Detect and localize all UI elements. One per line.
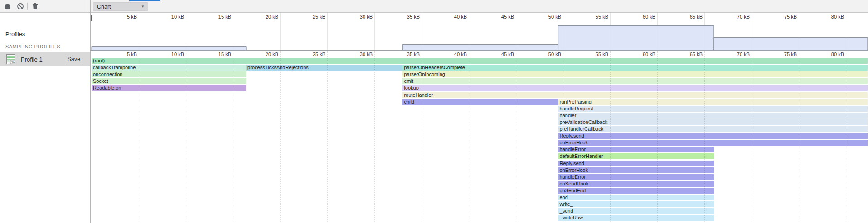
toolbar-divider (87, 0, 87, 13)
ruler-tick-label: 70 kB (723, 52, 750, 57)
chevron-down-icon: ▼ (141, 5, 145, 9)
gridline (327, 51, 328, 223)
gridline (186, 51, 186, 223)
ruler-tick-label: 30 kB (345, 52, 373, 57)
ruler-tick-label: 40 kB (440, 14, 467, 19)
gridline (233, 51, 233, 223)
ruler-tick-label: 60 kB (628, 52, 655, 57)
gridline (469, 51, 469, 223)
flame-bar[interactable]: routeHandler (402, 92, 867, 98)
flame-bar[interactable]: preValidationCallback (558, 119, 868, 125)
ruler-tick-label: 65 kB (675, 14, 703, 19)
flame-bar[interactable]: onErrorHook (558, 167, 714, 173)
overview-area-chart[interactable] (0, 21, 868, 51)
ruler-tick-label: 45 kB (487, 52, 514, 57)
svg-text:%: % (11, 60, 15, 64)
active-tab-accent (129, 0, 160, 1)
ruler-tick-label: 75 kB (770, 52, 797, 57)
sidebar-item-profile-1[interactable]: % Profile 1 Save (0, 52, 90, 66)
ruler-tick-label: 80 kB (817, 52, 844, 57)
gridline (139, 51, 139, 223)
flame-bar[interactable]: Reply.send (558, 161, 714, 166)
gridline (657, 51, 658, 223)
flame-bar[interactable]: handleError (558, 174, 714, 180)
gridline (846, 51, 846, 223)
flame-bar[interactable]: callbackTrampoline (92, 65, 246, 71)
flame-bar[interactable]: Reply.send (558, 133, 868, 139)
toolbar-separator (27, 3, 28, 10)
flame-bar[interactable]: onconnection (92, 71, 246, 77)
flame-bar[interactable]: onSendEnd (558, 188, 714, 194)
flame-bar[interactable]: handler (558, 113, 868, 119)
view-mode-select[interactable]: Chart ▼ (93, 2, 148, 11)
toolbar: Chart ▼ (0, 0, 868, 13)
ruler-tick-label: 45 kB (487, 14, 514, 19)
ruler-tick-label: 35 kB (393, 52, 420, 57)
gridline (563, 51, 563, 223)
flame-bar[interactable]: _send (558, 208, 714, 214)
gridline (752, 51, 752, 223)
flame-bar[interactable]: child (402, 99, 558, 105)
ruler-tick-label: 75 kB (770, 14, 797, 19)
flame-bar[interactable]: handleRequest (558, 106, 868, 112)
ruler-tick-label: 5 kB (110, 52, 137, 57)
ruler-tick-label: 35 kB (393, 14, 420, 19)
ruler-tick-label: 55 kB (581, 52, 608, 57)
flame-bar[interactable]: Readable.on (92, 85, 246, 91)
ruler-tick-label: 25 kB (298, 52, 325, 57)
flame-bar[interactable]: emit (402, 78, 867, 84)
ruler-tick-label: 55 kB (581, 14, 608, 19)
ruler-tick-label: 15 kB (204, 52, 231, 57)
gridline (610, 51, 611, 223)
flame-bar[interactable]: parserOnIncoming (402, 71, 867, 77)
ruler-tick-label: 10 kB (157, 14, 184, 19)
flame-bar[interactable]: end (558, 195, 714, 200)
flame-bar[interactable]: Socket (92, 78, 246, 84)
ruler-tick-label: 30 kB (345, 14, 373, 19)
ruler-tick-label: 25 kB (298, 14, 325, 19)
ruler-tick-label: 70 kB (723, 14, 750, 19)
flame-bar[interactable]: _writeRaw (558, 215, 714, 221)
flame-bar[interactable]: parserOnHeadersComplete (402, 65, 867, 71)
ruler-tick-label: 50 kB (534, 52, 561, 57)
profile-name: Profile 1 (21, 56, 43, 63)
ruler-tick-label: 80 kB (817, 14, 844, 19)
gridline (422, 51, 422, 223)
profiler-panel: Chart ▼ Profiles SAMPLING PROFILES % (0, 0, 868, 223)
flame-bar[interactable]: defaultErrorHandler (558, 153, 714, 159)
ruler-tick-label: 15 kB (204, 14, 231, 19)
view-mode-value: Chart (97, 4, 111, 10)
ruler-tick-label: 60 kB (628, 14, 655, 19)
record-icon[interactable] (5, 4, 10, 9)
flame-bar[interactable]: preHandlerCallback (558, 126, 868, 132)
ruler-tick-label: 50 kB (534, 14, 561, 19)
ruler-tick-label: 10 kB (157, 52, 184, 57)
gridline (516, 51, 516, 223)
ruler-tick-label: 5 kB (110, 14, 137, 19)
gridline (374, 51, 375, 223)
save-profile-link[interactable]: Save (68, 56, 81, 62)
flame-bar[interactable]: runPreParsing (558, 99, 868, 105)
flame-bar[interactable]: onSendHook (558, 181, 714, 187)
gridline (280, 51, 281, 223)
clear-all-icon[interactable] (17, 3, 24, 12)
ruler-tick-label: 40 kB (440, 52, 467, 57)
flame-bar[interactable]: onErrorHook (558, 140, 868, 146)
flame-bar[interactable]: handleError (558, 147, 714, 152)
trash-icon[interactable] (32, 3, 39, 12)
ruler-tick-label: 65 kB (675, 52, 703, 57)
ruler-origin-tick (91, 15, 92, 21)
profile-document-icon: % (6, 54, 15, 66)
flame-bar[interactable]: lookup (402, 85, 867, 91)
flame-bar[interactable]: processTicksAndRejections (246, 65, 402, 71)
gridline (704, 51, 705, 223)
gridline (799, 51, 799, 223)
ruler-tick-label: 20 kB (251, 52, 278, 57)
flame-bar[interactable]: write_ (558, 201, 714, 207)
ruler-tick-label: 20 kB (251, 14, 278, 19)
